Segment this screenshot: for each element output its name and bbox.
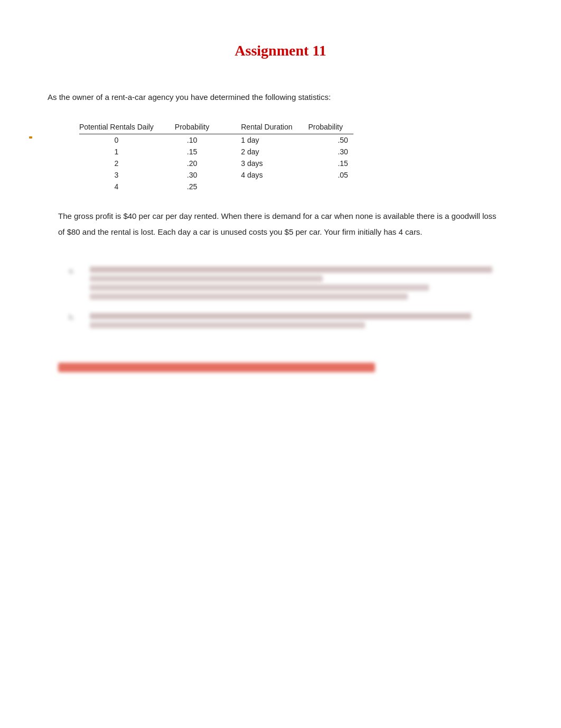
question-b: b. (69, 313, 513, 331)
table-cell-4-0: 4 (79, 181, 175, 192)
due-date-text (58, 363, 375, 372)
table-cell-1-0: 1 (79, 146, 175, 158)
statistics-table: Potential Rentals Daily Probability Rent… (79, 119, 353, 192)
table-body: 0.101 day.501.152 day.302.203 days.153.3… (79, 134, 353, 193)
blurred-line-1 (90, 266, 492, 273)
table-cell-3-3: .05 (308, 169, 353, 181)
table-cell-4-2 (241, 181, 308, 192)
table-cell-2-3: .15 (308, 158, 353, 169)
table-cell-0-2: 1 day (241, 134, 308, 146)
blurred-questions-section: a. b. (48, 266, 513, 331)
blurred-line-5 (90, 313, 471, 319)
table-cell-1-2: 2 day (241, 146, 308, 158)
table-cell-0-1: .10 (175, 134, 241, 146)
question-a-content (90, 266, 513, 302)
table-cell-3-0: 3 (79, 169, 175, 181)
table-header-row: Potential Rentals Daily Probability Rent… (79, 119, 353, 134)
table-cell-2-0: 2 (79, 158, 175, 169)
table-cell-3-2: 4 days (241, 169, 308, 181)
question-b-content (90, 313, 513, 331)
table-row: 0.101 day.50 (79, 134, 353, 146)
table-cell-0-0: 0 (79, 134, 175, 146)
table-cell-1-1: .15 (175, 146, 241, 158)
table-cell-2-1: .20 (175, 158, 241, 169)
table-cell-4-1: .25 (175, 181, 241, 192)
statistics-table-section: Potential Rentals Daily Probability Rent… (48, 119, 513, 192)
blurred-line-3 (90, 284, 429, 291)
table-row: 4.25 (79, 181, 353, 192)
col-header-rental-duration: Rental Duration (241, 119, 308, 134)
table-cell-2-2: 3 days (241, 158, 308, 169)
page-title: Assignment 11 (48, 42, 513, 59)
table-cell-1-3: .30 (308, 146, 353, 158)
question-a-label: a. (69, 266, 79, 302)
intro-text: As the owner of a rent-a-car agency you … (48, 91, 513, 104)
table-row: 1.152 day.30 (79, 146, 353, 158)
description-section: The gross profit is $40 per car per day … (48, 208, 513, 240)
blurred-line-2 (90, 275, 323, 282)
col-header-potential-rentals: Potential Rentals Daily (79, 119, 175, 134)
question-a: a. (69, 266, 513, 302)
blurred-line-4 (90, 293, 408, 300)
table-cell-4-3 (308, 181, 353, 192)
col-header-probability-2: Probability (308, 119, 353, 134)
question-b-label: b. (69, 313, 79, 331)
table-cell-0-3: .50 (308, 134, 353, 146)
due-date-section (48, 363, 513, 372)
col-header-probability-1: Probability (175, 119, 241, 134)
sidebar-marker (29, 136, 32, 139)
blurred-line-6 (90, 322, 365, 328)
table-row: 3.304 days.05 (79, 169, 353, 181)
document-page: Assignment 11 As the owner of a rent-a-c… (0, 0, 561, 728)
description-text: The gross profit is $40 per car per day … (58, 208, 503, 240)
table-row: 2.203 days.15 (79, 158, 353, 169)
table-cell-3-1: .30 (175, 169, 241, 181)
